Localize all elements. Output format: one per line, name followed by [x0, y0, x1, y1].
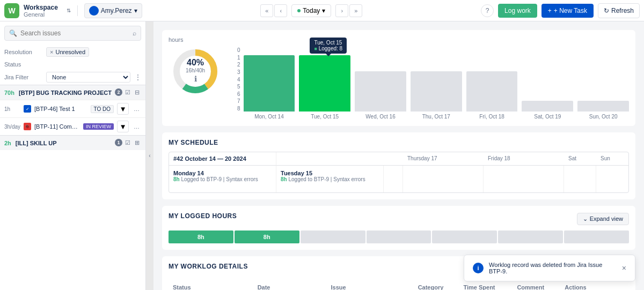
- main-content: hours 40% 16h/40h ℹ: [153, 21, 644, 290]
- hours-bar-mon: 8h: [169, 230, 233, 243]
- expand-view-button[interactable]: ⌄ Expand view: [577, 213, 629, 225]
- notification-info-icon: i: [473, 263, 484, 273]
- issue-row-btp46[interactable]: 1h ✓ [BTP-46] Test 1 TO DO ▼ …: [0, 100, 145, 117]
- resolution-tag[interactable]: × Unresolved: [46, 47, 89, 57]
- notification-toast: i Worklog record was deleted from Jira I…: [464, 255, 635, 281]
- issue-btp11-badge: IN REVIEW: [83, 123, 114, 130]
- resolution-x-icon[interactable]: ×: [50, 49, 53, 55]
- x-label-wed: Wed, Oct 16: [355, 114, 406, 120]
- nav-prev-prev-button[interactable]: «: [260, 4, 273, 17]
- hours-chart: hours 40% 16h/40h ℹ: [162, 30, 635, 126]
- today-label: Today: [303, 7, 320, 14]
- schedule-cell-sat: [564, 166, 596, 192]
- schedule-mon-log: 8h Logged to BTP-9 | Syntax errors: [173, 176, 258, 182]
- y-label-4: 4: [237, 77, 240, 83]
- search-box[interactable]: 🔍 ⌕: [4, 26, 141, 41]
- schedule-cell-wed: [384, 166, 403, 192]
- schedule-title: MY SCHEDULE: [169, 139, 629, 146]
- y-label-2: 2: [237, 62, 240, 68]
- project-btp-expand-icon[interactable]: ⊟: [133, 88, 141, 96]
- schedule-cell-thu: [403, 166, 484, 192]
- status-filter-row: Status: [0, 59, 145, 70]
- schedule-header-tuesday: [276, 152, 384, 166]
- schedule-cell-mon: Monday 14 8h Logged to BTP-9 | Syntax er…: [169, 166, 276, 192]
- workspace-info: Workspace General: [24, 4, 58, 18]
- schedule-header-sun: Sun: [596, 152, 628, 166]
- nav-next-button[interactable]: ›: [335, 4, 348, 17]
- sidebar-expand-handle[interactable]: ‹: [146, 21, 153, 290]
- issue-row-btp11[interactable]: 3h/day 🐞 [BTP-11] Compatibility defects …: [0, 117, 145, 135]
- col-category: Category: [414, 281, 459, 290]
- bar-tue: [299, 55, 350, 111]
- user-avatar: [89, 6, 99, 16]
- schedule-tue-header: Tuesday 15: [281, 170, 312, 176]
- worklog-table: Status Date Issue Category Time Spent Co…: [169, 281, 629, 290]
- bar-col-sat: [522, 101, 573, 111]
- workspace-general: General: [24, 11, 58, 18]
- y-label-7: 7: [237, 98, 240, 104]
- hours-bar-container: 8h 8h: [169, 230, 629, 243]
- bar-tooltip: Tue, Oct 15■ Logged: 8: [310, 38, 347, 54]
- schedule-cell-tue: Tuesday 15 8h Logged to BTP-9 | Syntax e…: [276, 166, 384, 192]
- issue-btp11-dots-icon[interactable]: …: [132, 123, 141, 130]
- today-dot-icon: [297, 9, 301, 12]
- bar-fri: [466, 71, 518, 111]
- jira-filter-select[interactable]: None: [46, 72, 130, 83]
- expand-label: Expand view: [590, 215, 623, 222]
- help-button[interactable]: ?: [481, 4, 494, 17]
- project-ill-expand-icon[interactable]: ⊞: [133, 139, 141, 147]
- project-btp-header: 70h [BTP] BUG TRACKING PROJECT 2 ☑ ⊟: [0, 85, 145, 100]
- issue-btp46-type-icon: ✓: [24, 105, 31, 113]
- sidebar: 🔍 ⌕ Resolution × Unresolved Status Jira …: [0, 21, 146, 290]
- y-label-3: 3: [237, 69, 240, 75]
- refresh-button[interactable]: ↻ Refresh: [598, 3, 640, 18]
- hours-bar-sat: [498, 230, 563, 243]
- new-task-button[interactable]: + + New Task: [541, 4, 594, 18]
- schedule-mon-header: Monday 14: [173, 170, 204, 176]
- bar-col-thu: [411, 71, 462, 111]
- new-task-label: + New Task: [554, 7, 587, 14]
- nav-arrows-group: « ‹: [260, 4, 287, 17]
- workspace-chevron-icon[interactable]: ⇅: [67, 8, 71, 13]
- search-input[interactable]: [20, 29, 129, 37]
- nav-next-next-button[interactable]: »: [349, 4, 362, 17]
- bar-sat: [522, 101, 573, 111]
- today-button[interactable]: Today ▾: [291, 4, 331, 17]
- resolution-label: Resolution: [4, 49, 42, 55]
- refresh-icon: ↻: [604, 7, 609, 14]
- project-ill-check-icon[interactable]: ☑: [123, 139, 132, 147]
- issue-btp46-dots-icon[interactable]: …: [132, 105, 141, 113]
- notification-text: Worklog record was deleted from Jira Iss…: [489, 262, 617, 274]
- bars-row: [244, 47, 629, 111]
- y-label-0: 0: [237, 47, 240, 53]
- donut-percent: 40%: [186, 58, 205, 68]
- project-btp-check-icon[interactable]: ☑: [123, 88, 132, 96]
- log-work-button[interactable]: Log work: [498, 4, 537, 18]
- project-hours-btp: 70h: [4, 90, 14, 96]
- project-btp-name: [BTP] BUG TRACKING PROJECT: [19, 90, 112, 96]
- notification-close-button[interactable]: ×: [622, 264, 626, 272]
- project-ill-count: 1: [115, 139, 122, 146]
- issue-btp46-collapse-button[interactable]: ▼: [117, 103, 129, 115]
- nav-prev-button[interactable]: ‹: [274, 4, 287, 17]
- search-icon: 🔍: [9, 29, 17, 37]
- filter-dots-icon[interactable]: ⋮: [135, 73, 141, 81]
- issue-btp46-badge: TO DO: [91, 105, 114, 113]
- issue-btp11-collapse-button[interactable]: ▼: [117, 121, 129, 132]
- schedule-section: MY SCHEDULE #42 October 14 — 20 2024 Thu…: [162, 132, 635, 199]
- bar-col-fri: [466, 71, 518, 111]
- y-label-5: 5: [237, 84, 240, 90]
- x-axis-labels: Mon, Oct 14 Tue, Oct 15 Wed, Oct 16 Thu,…: [244, 114, 629, 120]
- bars-area: Tue, Oct 15■ Logged: 8: [244, 47, 629, 120]
- donut-center: 40% 16h/40h ℹ: [186, 58, 205, 83]
- schedule-header-wednesday: [384, 152, 403, 166]
- bar-mon: [244, 55, 295, 111]
- bars-with-axis: 8 7 6 5 4 3 2 1 0: [237, 47, 629, 120]
- bar-sun: [577, 101, 629, 111]
- user-selector[interactable]: Amy.Perez ▾: [84, 3, 142, 18]
- tooltip-text: Tue, Oct 15■ Logged: 8: [310, 38, 347, 54]
- search-icon-right: ⌕: [133, 29, 136, 37]
- chart-body: 40% 16h/40h ℹ 8 7 6 5: [169, 47, 629, 120]
- today-chevron-icon: ▾: [322, 7, 325, 14]
- x-label-mon: Mon, Oct 14: [244, 114, 295, 120]
